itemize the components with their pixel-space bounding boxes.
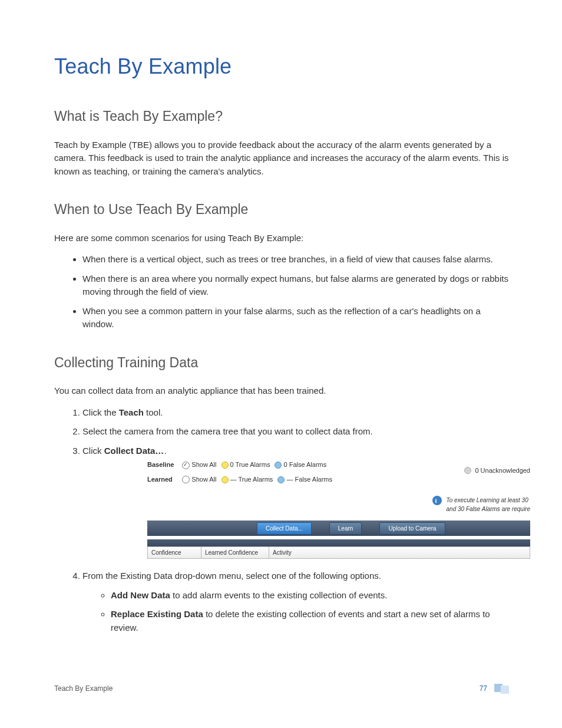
footer-title: Teach By Example — [54, 683, 113, 694]
legend-item: — True Alarms — [222, 475, 273, 485]
radio-label: Show All — [191, 476, 216, 483]
list-item: Click the Teach tool. — [82, 406, 509, 420]
radio-label: Show All — [191, 461, 216, 468]
column-header-learned-confidence: Learned Confidence — [201, 546, 269, 559]
legend-unacknowledged: 0 Unacknowledged — [464, 466, 530, 476]
step-bold: Teach — [119, 407, 144, 417]
step-text: Click the — [82, 407, 119, 417]
column-header-confidence: Confidence — [147, 546, 201, 559]
legend-label-baseline: Baseline — [147, 460, 174, 470]
paragraph-collect-intro: You can collect data from an analytic ap… — [54, 384, 509, 398]
info-note: To execute Learning at least 30 and 30 F… — [147, 496, 530, 513]
step-text: Click — [82, 446, 104, 456]
step-text: From the Existing Data drop-down menu, s… — [82, 571, 381, 581]
sub-bullets: Add New Data to add alarm events to the … — [111, 589, 509, 635]
radio-show-all-learned[interactable]: Show All — [182, 475, 216, 485]
column-header-activity: Activity — [269, 546, 530, 559]
table-header-row: Confidence Learned Confidence Activity — [147, 546, 530, 559]
list-item: Add New Data to add alarm events to the … — [111, 589, 509, 602]
bullet-list-when: When there is a vertical object, such as… — [54, 253, 509, 331]
list-item: From the Existing Data drop-down menu, s… — [82, 569, 509, 634]
step-bold: Collect Data… — [104, 446, 164, 456]
list-item: When there is a vertical object, such as… — [82, 253, 509, 266]
paragraph-what: Teach by Example (TBE) allows you to pro… — [54, 139, 509, 179]
page-number: 77 — [480, 683, 487, 694]
section-heading-what: What is Teach By Example? — [54, 106, 509, 127]
list-item: When there is an area where you normally… — [82, 272, 509, 299]
list-item: Click Collect Data…. Baseline Show All 0… — [82, 444, 509, 559]
legend-item: — False Alarms — [277, 475, 332, 485]
footer-logo-icon — [494, 684, 509, 694]
upload-to-camera-button[interactable]: Upload to Camera — [379, 522, 445, 535]
toolbar-strip — [147, 539, 530, 546]
ordered-steps: Click the Teach tool. Select the camera … — [54, 406, 509, 635]
embedded-screenshot: Baseline Show All 0 True Alarms 0 False … — [147, 460, 530, 559]
step-text: . — [164, 446, 166, 456]
option-text: to add alarm events to the existing coll… — [170, 590, 388, 600]
option-bold: Replace Existing Data — [111, 609, 203, 619]
legend-item: 0 False Alarms — [275, 460, 326, 470]
page-footer: Teach By Example 77 — [54, 683, 509, 694]
list-item: Replace Existing Data to delete the exis… — [111, 608, 509, 634]
legend-item: 0 True Alarms — [222, 460, 270, 470]
section-heading-collect: Collecting Training Data — [54, 353, 509, 373]
page-title: Teach By Example — [54, 51, 509, 83]
info-icon — [432, 496, 442, 505]
legend-label-learned: Learned — [147, 475, 174, 485]
radio-show-all-baseline[interactable]: Show All — [182, 460, 216, 470]
list-item: Select the camera from the camera tree t… — [82, 425, 509, 439]
list-item: When you see a common pattern in your fa… — [82, 305, 509, 331]
option-bold: Add New Data — [111, 590, 170, 600]
section-heading-when: When to Use Teach By Example — [54, 199, 509, 220]
toolbar: Collect Data... Learn Upload to Camera — [147, 521, 530, 536]
paragraph-when-intro: Here are some common scenarios for using… — [54, 232, 509, 245]
collect-data-button[interactable]: Collect Data... — [257, 522, 312, 535]
step-text: tool. — [144, 407, 163, 417]
learn-button[interactable]: Learn — [329, 522, 362, 535]
